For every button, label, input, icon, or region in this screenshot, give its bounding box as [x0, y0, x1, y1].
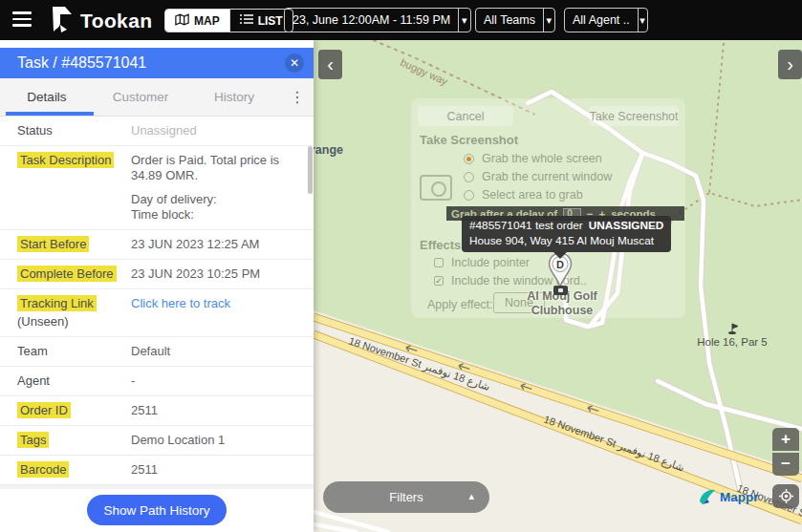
- complete-before-value: 23 JUN 2023 10:25 PM: [131, 266, 300, 282]
- task-detail-panel: Task / #485571041 ✕ Details Customer His…: [0, 40, 314, 532]
- panel-footer: Show Path History: [0, 489, 314, 532]
- mappr-bird-icon: [698, 487, 717, 506]
- teams-caret-down-icon[interactable]: ▾: [543, 14, 554, 27]
- camera-icon: [420, 175, 452, 201]
- tooltip-address: House 904, Way 415 Al Mouj Muscat: [469, 234, 663, 249]
- active-tab-indicator: [6, 112, 94, 116]
- topbar: Tookan MAP LIST 23, June 12:00AM - 11:59…: [0, 0, 802, 40]
- caret-up-icon: ▴: [468, 490, 474, 502]
- agent-value: -: [131, 373, 300, 389]
- locate-icon: [779, 489, 793, 503]
- radio-icon[interactable]: [464, 190, 474, 201]
- order-id-value: 2511: [131, 403, 300, 418]
- row-agent: Agent -: [0, 367, 314, 396]
- checkbox-checked-icon[interactable]: ✓: [434, 276, 444, 286]
- tracking-unseen: (Unseen): [17, 314, 131, 330]
- panel-scrollbar[interactable]: [308, 146, 313, 194]
- view-toggle: MAP LIST: [164, 9, 293, 32]
- list-view-button[interactable]: LIST: [230, 10, 293, 32]
- map-view-button[interactable]: MAP: [165, 10, 229, 32]
- row-tags: Tags Demo Location 1: [0, 426, 314, 456]
- tooltip-task-ref: #485571041 test order: [469, 219, 583, 232]
- zoom-in-button[interactable]: +: [772, 428, 799, 451]
- hole-label: Hole 16, Par 5: [697, 336, 768, 348]
- task-panel-header: Task / #485571041 ✕: [0, 48, 314, 78]
- show-path-history-button[interactable]: Show Path History: [87, 495, 227, 525]
- task-tabs: Details Customer History ⋮: [0, 78, 314, 117]
- effect-include-pointer[interactable]: Include pointer: [434, 256, 530, 269]
- option-current-window[interactable]: Grab the current window: [464, 170, 612, 183]
- row-complete-before: Complete Before 23 JUN 2023 10:25 PM: [0, 260, 314, 289]
- row-task-description: Task Description Order is Paid. Total pr…: [0, 146, 314, 230]
- date-range-picker[interactable]: 23, June 12:00AM - 11:59 PM ▾: [284, 8, 471, 32]
- take-screenshot-button[interactable]: Take Screenshot: [589, 106, 679, 126]
- app-window: Tookan MAP LIST 23, June 12:00AM - 11:59…: [0, 0, 802, 532]
- task-fields: Status Unassigned Task Description Order…: [0, 117, 314, 485]
- teams-filter-dropdown[interactable]: All Teams ▾: [475, 8, 555, 32]
- tags-value: Demo Location 1: [131, 433, 300, 448]
- dialog-title: Take Screenshot: [420, 133, 518, 147]
- teams-filter-value: All Teams: [476, 13, 543, 27]
- pan-left-button[interactable]: ‹: [318, 50, 342, 79]
- task-marker-tooltip: #485571041 test orderUNASSIGNED House 90…: [462, 216, 671, 252]
- range-label: range: [314, 143, 343, 157]
- effects-heading: Effects: [420, 238, 461, 252]
- date-range-value: 23, June 12:00AM - 11:59 PM: [285, 13, 458, 27]
- hamburger-menu-icon[interactable]: [12, 11, 32, 28]
- brand[interactable]: Tookan: [48, 5, 153, 37]
- pan-right-button[interactable]: ›: [778, 50, 802, 79]
- tab-details[interactable]: Details: [0, 78, 94, 116]
- tookan-logo-icon: [48, 5, 74, 37]
- tab-customer[interactable]: Customer: [94, 78, 187, 116]
- row-team: Team Default: [0, 337, 314, 367]
- row-status: Status Unassigned: [0, 117, 314, 146]
- cancel-button[interactable]: Cancel: [418, 106, 513, 126]
- marker-badge-icon: [553, 286, 568, 295]
- filters-button[interactable]: Filters ▴: [323, 481, 489, 513]
- row-start-before: Start Before 23 JUN 2023 12:25 AM: [0, 230, 314, 260]
- brand-name: Tookan: [80, 10, 153, 32]
- start-before-value: 23 JUN 2023 12:25 AM: [131, 237, 300, 252]
- agents-filter-dropdown[interactable]: All Agent .. ▾: [564, 8, 648, 32]
- tooltip-status-badge: UNASSIGNED: [589, 219, 664, 232]
- barcode-value: 2511: [131, 462, 300, 478]
- mappr-wordmark: Mappr: [720, 490, 759, 504]
- status-value: Unassigned: [131, 123, 300, 138]
- checkbox-icon[interactable]: [434, 258, 444, 267]
- team-value: Default: [131, 344, 300, 359]
- list-icon: [240, 13, 253, 28]
- date-caret-down-icon[interactable]: ▾: [459, 14, 470, 27]
- agents-caret-down-icon[interactable]: ▾: [638, 14, 647, 27]
- locate-button[interactable]: [772, 484, 799, 508]
- radio-icon[interactable]: [464, 172, 474, 182]
- row-order-id: Order ID 2511: [0, 396, 314, 426]
- tab-history[interactable]: History: [187, 78, 281, 116]
- apply-effect-label: Apply effect:: [427, 298, 493, 311]
- map-attribution[interactable]: Mappr: [698, 487, 759, 506]
- close-icon[interactable]: ✕: [285, 53, 304, 73]
- map-icon: [175, 13, 189, 29]
- zoom-out-button[interactable]: −: [772, 453, 799, 476]
- radio-selected-icon[interactable]: [464, 154, 474, 164]
- kebab-menu-icon[interactable]: ⋮: [281, 78, 314, 116]
- tracking-link[interactable]: Click here to track: [131, 296, 230, 310]
- option-select-area[interactable]: Select area to grab: [464, 188, 583, 202]
- option-whole-screen[interactable]: Grab the whole screen: [464, 152, 602, 165]
- task-description-value: Order is Paid. Total price is 34.89 OMR.…: [131, 153, 300, 223]
- agents-filter-value: All Agent ..: [565, 13, 638, 27]
- task-title: Task / #485571041: [17, 54, 285, 72]
- row-tracking-link: Tracking Link (Unseen) Click here to tra…: [0, 289, 314, 337]
- row-barcode: Barcode 2511: [0, 456, 314, 485]
